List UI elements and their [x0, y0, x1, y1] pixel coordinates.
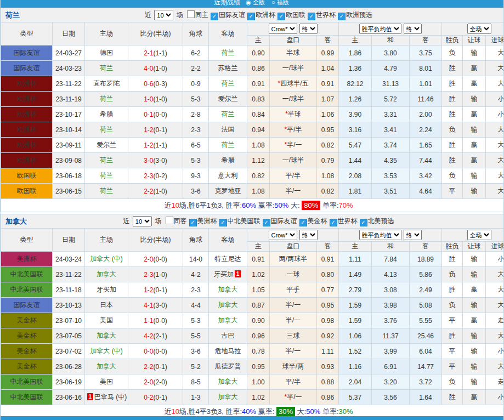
avg-win-cell: 1.11	[339, 252, 372, 267]
odds-home-cell: 0.94	[247, 122, 270, 138]
corner-cell: 5-3	[183, 313, 209, 328]
odds-company-select[interactable]: Crow*	[269, 24, 297, 34]
fulltime-score: 1-2	[144, 286, 153, 294]
avg-lose-cell: 3.72	[410, 374, 442, 390]
match-scope-select[interactable]: 全场	[467, 230, 491, 240]
odds-home-cell: 0.95	[247, 359, 270, 374]
avg-sub-header: 主	[339, 242, 372, 252]
avg-draw-cell: 5.72	[372, 92, 410, 107]
away-team-cell: 瓜德罗普	[209, 359, 247, 374]
match-row: 欧洲杯23-11-22直布罗陀0-6(0-3)0-9荷兰0.91*四球半/五0.…	[1, 76, 504, 92]
halftime-score: (1-0)	[154, 271, 167, 279]
home-team-name: 直布罗陀	[93, 80, 120, 87]
home-team-cell: 荷兰	[85, 61, 128, 76]
league-filter-checkbox[interactable]: ✓	[360, 219, 367, 226]
odds-company-select[interactable]: Crow*	[269, 230, 297, 240]
score-cell: 2-2(0-1)	[128, 359, 183, 374]
match-row: 国际友谊24-03-23荷兰4-0(1-0)2-2苏格兰0.86一/球半1.04…	[1, 61, 504, 76]
goals-result-cell: 大	[486, 359, 504, 374]
odds-away-cell: 0.91	[317, 76, 339, 92]
league-filter-label: 世界杯	[338, 217, 358, 225]
date-col-header: 日期	[53, 22, 85, 46]
odds-stage-select[interactable]: 终	[299, 24, 318, 34]
avg-odds-select[interactable]: 胜平负均值	[359, 230, 401, 240]
recent-results-title: 近期战绩	[214, 0, 240, 6]
recent-count-select[interactable]: 10	[133, 216, 152, 226]
avg-win-cell: 1.26	[339, 92, 372, 107]
home-team-name: 荷兰	[100, 187, 113, 195]
league-filter-checkbox[interactable]: ✓	[308, 13, 315, 20]
result-sub-header: 让球	[463, 36, 486, 46]
fulltime-score: 1-0	[144, 95, 153, 103]
home-team-name: 美国	[100, 316, 113, 324]
type-cell: 欧洲杯	[1, 76, 53, 92]
odds-away-cell: 0.95	[317, 122, 339, 138]
summary-segment: 场,胜6平1负3,	[179, 201, 226, 209]
league-filter-checkbox[interactable]: ✓	[299, 219, 307, 226]
summary-row: 近10场,胜6平1负3, 胜率:60% 赢率:50% 大: 80% 单率:70%	[1, 199, 504, 212]
away-team-name: 希腊	[222, 156, 235, 164]
league-filter-checkbox[interactable]: ✓	[338, 13, 346, 20]
fulltime-score: 2-0	[144, 378, 153, 386]
handicap-cell: 三球	[270, 328, 317, 344]
match-scope-select[interactable]: 全场	[467, 24, 491, 34]
corner-cell: 0-9	[183, 76, 209, 92]
goals-result-cell: 大	[486, 267, 504, 282]
result-sub-header: 胜负	[442, 36, 463, 46]
halftime-score: (0-1)	[154, 126, 167, 134]
league-filter-checkbox[interactable]: ✓	[189, 219, 197, 226]
avg-lose-cell: 25.46	[410, 328, 442, 344]
avg-win-cell: 1.59	[339, 313, 372, 328]
handicap-result-cell: 输	[463, 344, 486, 359]
same-venue-checkbox[interactable]	[187, 10, 195, 18]
halftime-score: (3-0)	[154, 302, 167, 309]
league-filter-checkbox[interactable]: ✓	[263, 219, 270, 226]
league-filter-checkbox[interactable]: ✓	[219, 219, 227, 226]
full-version-radio[interactable]: ◉ 全版	[246, 0, 265, 7]
team-name: 加拿大	[218, 286, 238, 293]
league-filter-checkbox[interactable]: ✓	[247, 13, 255, 20]
avg-odds-select[interactable]: 胜平负均值	[359, 24, 401, 34]
avg-stage-select[interactable]: 终	[404, 230, 422, 240]
score-cell: 1-2(0-1)	[128, 122, 183, 138]
recent-count-select[interactable]: 10	[154, 10, 173, 20]
simple-version-radio[interactable]: ○ 福版	[271, 0, 289, 7]
handicap-cell: *半球	[270, 107, 317, 122]
league-filter-checkbox[interactable]: ✓	[330, 219, 337, 226]
match-row: 美金杯23-07-02加拿大 (中)0-0(0-0)3-6危地马拉0.78半/一…	[1, 344, 504, 359]
avg-lose-cell: 14.77	[410, 359, 442, 374]
league-filter-label: 世界杯	[316, 11, 336, 19]
goals-result-cell: 小	[486, 107, 504, 122]
handicap-line: 平手	[287, 286, 300, 293]
odds-stage-select[interactable]: 终	[299, 230, 318, 240]
halftime-score: (0-1)	[154, 363, 167, 371]
team-name: 加拿大	[97, 332, 116, 339]
avg-lose-cell: 5.08	[410, 298, 442, 313]
home-team-name: 希腊	[100, 110, 113, 118]
halftime-score: (0-3)	[154, 80, 167, 88]
avg-stage-select[interactable]: 终	[404, 24, 422, 34]
fulltime-score: 2-3	[144, 172, 153, 180]
away-team-cell: 意大利	[209, 168, 247, 184]
corner-cell: 6-2	[183, 46, 209, 61]
halftime-score: (0-0)	[154, 348, 167, 355]
same-venue-checkbox[interactable]	[166, 217, 173, 224]
score-cell: 1-1(0-0)	[128, 313, 183, 328]
avg-draw-cell: 31.13	[372, 76, 410, 92]
away-team-name: 特立尼达	[215, 255, 241, 263]
result-sub-header: 胜负	[442, 242, 463, 252]
avg-win-cell: 2.79	[339, 282, 372, 298]
avg-win-cell: 5.47	[339, 138, 372, 153]
league-filter-checkbox[interactable]: ✓	[211, 13, 218, 20]
away-team-name: 加拿大	[218, 378, 238, 385]
home-team-name: 荷兰	[100, 172, 113, 179]
score-col-header: 比分(半场)	[128, 22, 183, 46]
avg-draw-cell: 4.35	[372, 153, 410, 168]
team-name: 荷兰	[222, 80, 235, 87]
home-team-cell: 荷兰	[85, 153, 128, 168]
league-filter-checkbox[interactable]: ✓	[278, 13, 285, 20]
odds-home-cell: 0.83	[247, 92, 270, 107]
date-cell: 23-09-08	[53, 153, 85, 168]
team-name: 瓜德罗普	[215, 362, 241, 370]
handicap-line: 四球半/五	[280, 80, 308, 87]
